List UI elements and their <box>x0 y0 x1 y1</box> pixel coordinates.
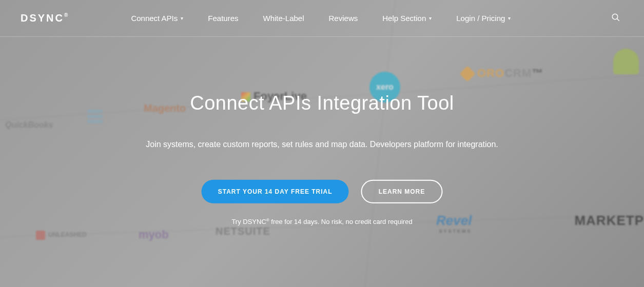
chevron-down-icon: ▾ <box>429 15 432 21</box>
hero-subtitle: Join systems, create custom reports, set… <box>0 140 644 149</box>
nav-features[interactable]: Features <box>208 14 238 23</box>
nav-help-section[interactable]: Help Section ▾ <box>382 14 432 23</box>
bg-logo-netsuite: NETSUITE <box>216 225 270 237</box>
chevron-down-icon: ▾ <box>181 15 183 21</box>
svg-line-1 <box>617 18 619 21</box>
nav-login-pricing[interactable]: Login / Pricing ▾ <box>456 14 511 23</box>
svg-point-0 <box>612 14 618 19</box>
cta-row: START YOUR 14 DAY FREE TRIAL LEARN MORE <box>0 180 644 203</box>
nav-label: Features <box>208 14 238 23</box>
bg-logo-unleashed: UNLEASHED <box>36 231 87 240</box>
search-icon <box>611 13 620 22</box>
start-trial-button[interactable]: START YOUR 14 DAY FREE TRIAL <box>202 180 349 203</box>
nav-label: Help Section <box>382 14 426 23</box>
hero-fineprint: Try DSYNC® free for 14 days. No risk, no… <box>0 218 644 225</box>
search-button[interactable] <box>608 10 623 27</box>
nav-label: Connect APIs <box>131 14 178 23</box>
primary-nav: Connect APIs ▾ Features White-Label Revi… <box>131 14 608 23</box>
hero-title: Connect APIs Integration Tool <box>0 92 644 114</box>
learn-more-button[interactable]: LEARN MORE <box>361 180 443 203</box>
nav-label: White-Label <box>263 14 304 23</box>
bg-logo-orocrm: OROCRM™ <box>462 67 543 80</box>
nav-label: Login / Pricing <box>456 14 505 23</box>
nav-white-label[interactable]: White-Label <box>263 14 304 23</box>
nav-reviews[interactable]: Reviews <box>329 14 358 23</box>
hero-section: QuickBooks Magento FoyerLive xero OROCRM… <box>0 0 644 287</box>
chevron-down-icon: ▾ <box>508 15 511 21</box>
bg-logo-android <box>613 49 639 74</box>
hero-content: Connect APIs Integration Tool Join syste… <box>0 92 644 225</box>
brand-logo[interactable]: DSYNC® <box>21 12 69 24</box>
nav-connect-apis[interactable]: Connect APIs ▾ <box>131 14 183 23</box>
bg-logo-myob: myob <box>139 228 169 241</box>
site-header: DSYNC® Connect APIs ▾ Features White-Lab… <box>0 0 644 37</box>
nav-label: Reviews <box>329 14 358 23</box>
